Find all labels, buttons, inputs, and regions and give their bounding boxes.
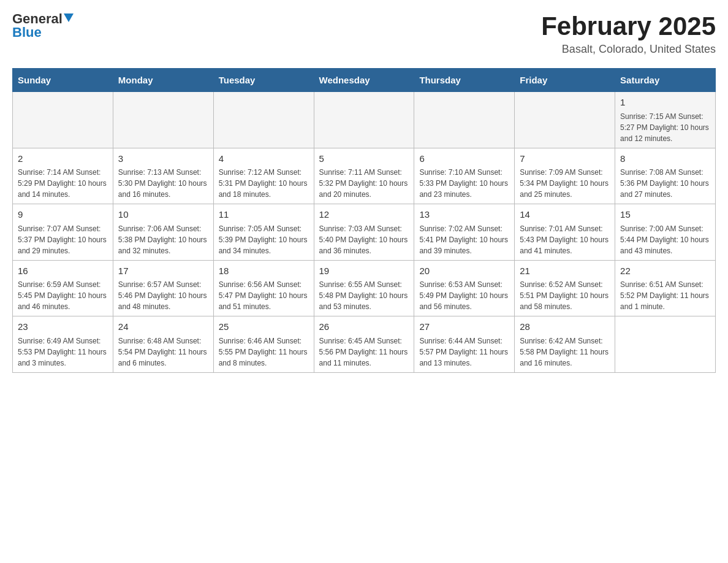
calendar-cell: 6Sunrise: 7:10 AM Sunset: 5:33 PM Daylig… xyxy=(414,148,515,204)
calendar-cell: 24Sunrise: 6:48 AM Sunset: 5:54 PM Dayli… xyxy=(113,316,213,373)
week-row-3: 9Sunrise: 7:07 AM Sunset: 5:37 PM Daylig… xyxy=(13,204,716,261)
week-row-5: 23Sunrise: 6:49 AM Sunset: 5:53 PM Dayli… xyxy=(13,316,716,373)
day-info: Sunrise: 6:59 AM Sunset: 5:45 PM Dayligh… xyxy=(18,279,108,312)
day-number: 8 xyxy=(620,152,710,166)
calendar-cell: 22Sunrise: 6:51 AM Sunset: 5:52 PM Dayli… xyxy=(615,260,716,316)
day-number: 28 xyxy=(520,320,610,334)
calendar-table: SundayMondayTuesdayWednesdayThursdayFrid… xyxy=(12,68,716,373)
day-header-friday: Friday xyxy=(515,69,615,92)
calendar-header: SundayMondayTuesdayWednesdayThursdayFrid… xyxy=(13,69,716,92)
day-info: Sunrise: 7:06 AM Sunset: 5:38 PM Dayligh… xyxy=(118,223,208,256)
day-number: 19 xyxy=(319,264,409,278)
calendar-cell xyxy=(213,92,314,148)
page-header: General Blue February 2025 Basalt, Color… xyxy=(12,12,716,56)
day-header-monday: Monday xyxy=(113,69,213,92)
title-section: February 2025 Basalt, Colorado, United S… xyxy=(541,12,716,56)
day-number: 5 xyxy=(319,152,409,166)
day-info: Sunrise: 7:14 AM Sunset: 5:29 PM Dayligh… xyxy=(18,167,108,200)
day-number: 26 xyxy=(319,320,409,334)
calendar-cell: 28Sunrise: 6:42 AM Sunset: 5:58 PM Dayli… xyxy=(515,316,615,373)
day-info: Sunrise: 6:49 AM Sunset: 5:53 PM Dayligh… xyxy=(18,335,108,369)
day-info: Sunrise: 6:48 AM Sunset: 5:54 PM Dayligh… xyxy=(118,335,208,369)
calendar-cell xyxy=(13,92,113,148)
calendar-cell: 5Sunrise: 7:11 AM Sunset: 5:32 PM Daylig… xyxy=(314,148,414,204)
week-row-1: 1Sunrise: 7:15 AM Sunset: 5:27 PM Daylig… xyxy=(13,92,716,148)
day-number: 12 xyxy=(319,208,409,222)
logo-general-text: General xyxy=(12,12,63,26)
day-header-tuesday: Tuesday xyxy=(213,69,314,92)
day-info: Sunrise: 6:42 AM Sunset: 5:58 PM Dayligh… xyxy=(520,335,610,369)
day-number: 6 xyxy=(419,152,509,166)
day-info: Sunrise: 6:46 AM Sunset: 5:55 PM Dayligh… xyxy=(219,335,309,369)
day-number: 1 xyxy=(620,96,710,110)
day-number: 11 xyxy=(219,208,309,222)
day-info: Sunrise: 6:57 AM Sunset: 5:46 PM Dayligh… xyxy=(118,279,208,312)
calendar-cell: 20Sunrise: 6:53 AM Sunset: 5:49 PM Dayli… xyxy=(414,260,515,316)
calendar-cell: 1Sunrise: 7:15 AM Sunset: 5:27 PM Daylig… xyxy=(615,92,716,148)
calendar-cell: 18Sunrise: 6:56 AM Sunset: 5:47 PM Dayli… xyxy=(213,260,314,316)
day-headers-row: SundayMondayTuesdayWednesdayThursdayFrid… xyxy=(13,69,716,92)
calendar-cell: 23Sunrise: 6:49 AM Sunset: 5:53 PM Dayli… xyxy=(13,316,113,373)
day-info: Sunrise: 6:56 AM Sunset: 5:47 PM Dayligh… xyxy=(219,279,309,312)
day-info: Sunrise: 6:53 AM Sunset: 5:49 PM Dayligh… xyxy=(419,279,509,312)
day-info: Sunrise: 7:02 AM Sunset: 5:41 PM Dayligh… xyxy=(419,223,509,256)
day-info: Sunrise: 7:05 AM Sunset: 5:39 PM Dayligh… xyxy=(219,223,309,256)
calendar-cell: 26Sunrise: 6:45 AM Sunset: 5:56 PM Dayli… xyxy=(314,316,414,373)
calendar-cell: 9Sunrise: 7:07 AM Sunset: 5:37 PM Daylig… xyxy=(13,204,113,261)
day-number: 4 xyxy=(219,152,309,166)
day-info: Sunrise: 7:11 AM Sunset: 5:32 PM Dayligh… xyxy=(319,167,409,200)
calendar-cell xyxy=(414,92,515,148)
logo-triangle-icon xyxy=(64,13,74,22)
logo: General Blue xyxy=(12,12,74,39)
day-info: Sunrise: 7:08 AM Sunset: 5:36 PM Dayligh… xyxy=(620,167,710,200)
day-number: 3 xyxy=(118,152,208,166)
calendar-cell: 3Sunrise: 7:13 AM Sunset: 5:30 PM Daylig… xyxy=(113,148,213,204)
day-number: 17 xyxy=(118,264,208,278)
calendar-cell: 4Sunrise: 7:12 AM Sunset: 5:31 PM Daylig… xyxy=(213,148,314,204)
day-number: 2 xyxy=(18,152,108,166)
day-number: 16 xyxy=(18,264,108,278)
day-number: 18 xyxy=(219,264,309,278)
calendar-cell: 21Sunrise: 6:52 AM Sunset: 5:51 PM Dayli… xyxy=(515,260,615,316)
calendar-cell xyxy=(113,92,213,148)
week-row-2: 2Sunrise: 7:14 AM Sunset: 5:29 PM Daylig… xyxy=(13,148,716,204)
day-info: Sunrise: 7:07 AM Sunset: 5:37 PM Dayligh… xyxy=(18,223,108,256)
day-info: Sunrise: 7:12 AM Sunset: 5:31 PM Dayligh… xyxy=(219,167,309,200)
day-number: 23 xyxy=(18,320,108,334)
calendar-cell: 17Sunrise: 6:57 AM Sunset: 5:46 PM Dayli… xyxy=(113,260,213,316)
calendar-cell: 19Sunrise: 6:55 AM Sunset: 5:48 PM Dayli… xyxy=(314,260,414,316)
day-header-saturday: Saturday xyxy=(615,69,716,92)
day-number: 14 xyxy=(520,208,610,222)
calendar-cell: 2Sunrise: 7:14 AM Sunset: 5:29 PM Daylig… xyxy=(13,148,113,204)
day-number: 25 xyxy=(219,320,309,334)
day-header-thursday: Thursday xyxy=(414,69,515,92)
calendar-cell: 10Sunrise: 7:06 AM Sunset: 5:38 PM Dayli… xyxy=(113,204,213,261)
main-title: February 2025 xyxy=(541,12,716,40)
calendar-cell: 12Sunrise: 7:03 AM Sunset: 5:40 PM Dayli… xyxy=(314,204,414,261)
calendar-cell xyxy=(314,92,414,148)
calendar-body: 1Sunrise: 7:15 AM Sunset: 5:27 PM Daylig… xyxy=(13,92,716,373)
svg-marker-0 xyxy=(64,13,74,22)
day-info: Sunrise: 6:51 AM Sunset: 5:52 PM Dayligh… xyxy=(620,279,710,312)
day-info: Sunrise: 7:01 AM Sunset: 5:43 PM Dayligh… xyxy=(520,223,610,256)
day-number: 27 xyxy=(419,320,509,334)
day-info: Sunrise: 7:09 AM Sunset: 5:34 PM Dayligh… xyxy=(520,167,610,200)
day-info: Sunrise: 6:44 AM Sunset: 5:57 PM Dayligh… xyxy=(419,335,509,369)
day-number: 24 xyxy=(118,320,208,334)
day-info: Sunrise: 7:10 AM Sunset: 5:33 PM Dayligh… xyxy=(419,167,509,200)
day-number: 9 xyxy=(18,208,108,222)
day-info: Sunrise: 7:13 AM Sunset: 5:30 PM Dayligh… xyxy=(118,167,208,200)
calendar-cell xyxy=(615,316,716,373)
week-row-4: 16Sunrise: 6:59 AM Sunset: 5:45 PM Dayli… xyxy=(13,260,716,316)
day-number: 13 xyxy=(419,208,509,222)
day-header-wednesday: Wednesday xyxy=(314,69,414,92)
day-info: Sunrise: 7:15 AM Sunset: 5:27 PM Dayligh… xyxy=(620,111,710,144)
calendar-cell: 7Sunrise: 7:09 AM Sunset: 5:34 PM Daylig… xyxy=(515,148,615,204)
day-info: Sunrise: 7:03 AM Sunset: 5:40 PM Dayligh… xyxy=(319,223,409,256)
calendar-cell: 25Sunrise: 6:46 AM Sunset: 5:55 PM Dayli… xyxy=(213,316,314,373)
calendar-cell: 14Sunrise: 7:01 AM Sunset: 5:43 PM Dayli… xyxy=(515,204,615,261)
calendar-cell: 27Sunrise: 6:44 AM Sunset: 5:57 PM Dayli… xyxy=(414,316,515,373)
logo-blue-text: Blue xyxy=(12,26,42,39)
subtitle: Basalt, Colorado, United States xyxy=(541,43,716,56)
day-info: Sunrise: 6:55 AM Sunset: 5:48 PM Dayligh… xyxy=(319,279,409,312)
